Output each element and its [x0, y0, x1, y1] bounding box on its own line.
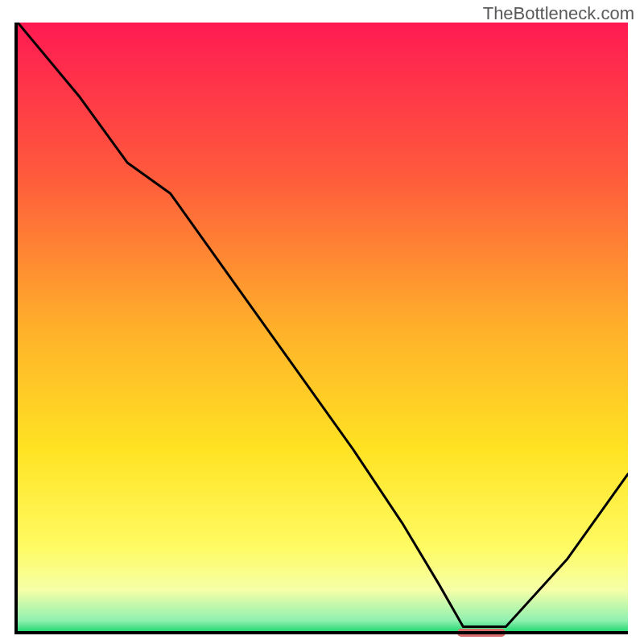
watermark-label: TheBottleneck.com [483, 3, 634, 24]
y-axis [14, 23, 18, 634]
chart-container: TheBottleneck.com [0, 0, 644, 644]
bottleneck-curve [18, 23, 628, 633]
x-axis [14, 631, 628, 634]
plot-area [18, 23, 628, 633]
